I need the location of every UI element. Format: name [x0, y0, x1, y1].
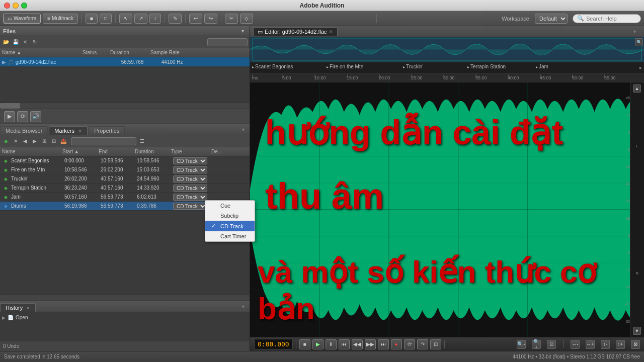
files-header-left: Files [3, 28, 16, 34]
marker-row-2[interactable]: ◆Truckin'26:02.20040:57.16024:54.960CD T… [0, 174, 250, 184]
audio-file-tab-icon: ▭ [258, 29, 263, 35]
volume-button[interactable]: 🔊 [30, 111, 41, 122]
marker-btn-7[interactable]: 📤 [59, 137, 67, 145]
toolbar-btn-8[interactable]: ↪ [204, 14, 217, 24]
marker-type-1[interactable]: CD Track [173, 166, 213, 173]
history-item[interactable]: ▶ 📄 Open [2, 314, 248, 321]
stop-btn[interactable]: ■ [299, 339, 310, 349]
marker-row-1[interactable]: ◆Fire on the Mtn10:58.54626:02.20015:03.… [0, 165, 250, 174]
ctx-cd-track[interactable]: ✓ CD Track [205, 221, 255, 231]
marker-btn-5[interactable]: ⊞ [40, 137, 48, 145]
zoom-fit-btn[interactable]: ⊡ [547, 340, 556, 349]
ctx-cart-timer[interactable]: Cart Timer [205, 231, 255, 241]
scroll-down-btn[interactable]: ▼ [633, 327, 641, 335]
files-save-btn[interactable]: 💾 [12, 38, 20, 46]
markers-search-input[interactable] [71, 137, 136, 145]
search-box[interactable]: 🔍 [573, 14, 641, 23]
toolbar-btn-9[interactable]: ✂ [225, 14, 238, 24]
editor-collapse-btn[interactable]: ▾ [630, 27, 639, 36]
file-row[interactable]: ▶ 🎵 gd90-09-14d2.flac 56:59.768 44100 Hz [0, 57, 250, 66]
files-collapse-btn[interactable]: ▾ [238, 27, 247, 35]
ctx-cue[interactable]: Cue [205, 201, 255, 211]
skip-btn[interactable]: ↷ [417, 339, 428, 349]
minimize-button[interactable] [13, 3, 19, 9]
loop-button[interactable]: ⟳ [17, 111, 28, 122]
toolbar-btn-1[interactable]: ■ [86, 14, 98, 24]
marker-type-select-1[interactable]: CD Track [173, 166, 207, 173]
record-btn[interactable]: ● [391, 339, 402, 349]
marker-add-btn[interactable]: ◆ [2, 137, 10, 145]
tab-history[interactable]: History ✕ [0, 303, 36, 312]
loop-btn[interactable]: ⟳ [404, 339, 415, 349]
editor-tab[interactable]: ▭ Editor: gd90-09-14d2.flac ✕ [253, 27, 338, 36]
toolbar-btn-2[interactable]: □ [100, 14, 112, 24]
marker-type-2[interactable]: CD Track [173, 175, 213, 183]
files-refresh-btn[interactable]: ↻ [31, 38, 39, 46]
toolbar-btn-5[interactable]: ↕ [149, 14, 161, 24]
waveform-button[interactable]: ▭ Waveform [3, 14, 41, 24]
search-input[interactable] [586, 16, 636, 22]
zoom-out-btn[interactable]: 🔍- [517, 340, 526, 349]
marker-row-0[interactable]: ◆Scarlet Begonias0:00.00010:58.54610:58.… [0, 156, 250, 165]
close-button[interactable] [4, 3, 10, 9]
tab-media-browser[interactable]: Media Browser [0, 126, 48, 135]
scroll-up-btn[interactable]: ▲ [633, 84, 641, 93]
toolbar-btn-10[interactable]: ◇ [240, 14, 253, 24]
toolbar-btn-3[interactable]: ↖ [119, 14, 132, 24]
files-open-btn[interactable]: 📂 [2, 38, 10, 46]
workspace-select[interactable]: Default [535, 14, 568, 24]
ctx-subclip[interactable]: Subclip [205, 211, 255, 221]
rewind-btn[interactable]: ◀◀ [352, 339, 363, 349]
rewind-to-start-btn[interactable]: ⏮ [339, 339, 350, 349]
play-button[interactable]: ▶ [4, 111, 15, 122]
markers-scrollbar-h[interactable] [0, 295, 250, 301]
play-btn[interactable]: ▶ [312, 339, 324, 349]
editor-tab-close[interactable]: ✕ [329, 29, 333, 34]
files-search-input[interactable] [207, 38, 248, 46]
output-btn[interactable]: ⊡ [430, 339, 441, 349]
tab-properties[interactable]: Properties [89, 126, 125, 135]
files-scrollbar-h[interactable] [0, 103, 250, 109]
scrollbar-thumb[interactable] [0, 103, 20, 109]
zoom-v-out-btn[interactable]: ↕- [601, 340, 610, 349]
toolbar-btn-4[interactable]: ↗ [134, 14, 147, 24]
marker-btn-6[interactable]: ⊟ [50, 137, 58, 145]
forward-to-end-btn[interactable]: ⏭ [378, 339, 389, 349]
zoom-v-in-btn[interactable]: ↕+ [616, 340, 625, 349]
marker-btn-3[interactable]: ◀ [21, 137, 29, 145]
history-collapse-btn[interactable]: ▾ [238, 302, 248, 311]
pause-btn[interactable]: ⏸ [326, 339, 337, 349]
files-delete-btn[interactable]: ✕ [21, 38, 29, 46]
toolbar-btn-7[interactable]: ↩ [189, 14, 202, 24]
time-tick-5500: 55:00 [604, 75, 616, 80]
transport-sep2 [444, 340, 445, 348]
marker-type-select-3[interactable]: CD Track [173, 185, 207, 192]
marker-menu-btn[interactable]: ☰ [138, 137, 146, 145]
markers-tab-close[interactable]: ✕ [78, 129, 82, 134]
history-tab-close[interactable]: ✕ [26, 306, 30, 311]
zoom-h-in-btn[interactable]: ↔+ [586, 340, 595, 349]
maximize-button[interactable] [21, 3, 27, 9]
marker-row-3[interactable]: ◆Terrapin Station36:23.24040:57.16014:33… [0, 184, 250, 193]
marker-type-select-4[interactable]: CD Track [173, 194, 207, 201]
panel-collapse-btn[interactable]: ▾ [238, 125, 248, 134]
tab-markers[interactable]: Markers ✕ [49, 126, 88, 135]
marker-type-3[interactable]: CD Track [173, 185, 213, 192]
toolbar-btn-6[interactable]: ✎ [169, 14, 182, 24]
marker-type-select-0[interactable]: CD Track [173, 157, 207, 164]
multitrack-button[interactable]: ≡ Multitrack [43, 14, 78, 24]
overview-zoom-btn[interactable]: 🔍 [635, 38, 643, 46]
marker-btn-4[interactable]: ▶ [31, 137, 39, 145]
zoom-in-btn[interactable]: 🔍+ [532, 340, 541, 349]
waveform-area[interactable]: hướng dẫn cài đặt thu âm và một số kiến … [250, 82, 644, 337]
zoom-full-btn[interactable]: ⊠ [631, 340, 640, 349]
marker-type-select-2[interactable]: CD Track [173, 175, 207, 183]
forward-btn[interactable]: ▶▶ [365, 339, 376, 349]
marker-type-select-5[interactable]: CD Track [173, 203, 207, 210]
zoom-h-out-btn[interactable]: ↔- [571, 340, 580, 349]
marker-delete-btn[interactable]: ✕ [12, 137, 20, 145]
marker-type-0[interactable]: CD Track [173, 157, 213, 164]
window-controls[interactable] [4, 3, 27, 9]
marker-type-4[interactable]: CD Track [173, 194, 213, 201]
scroll-right-icon[interactable]: ▸ [639, 65, 642, 70]
